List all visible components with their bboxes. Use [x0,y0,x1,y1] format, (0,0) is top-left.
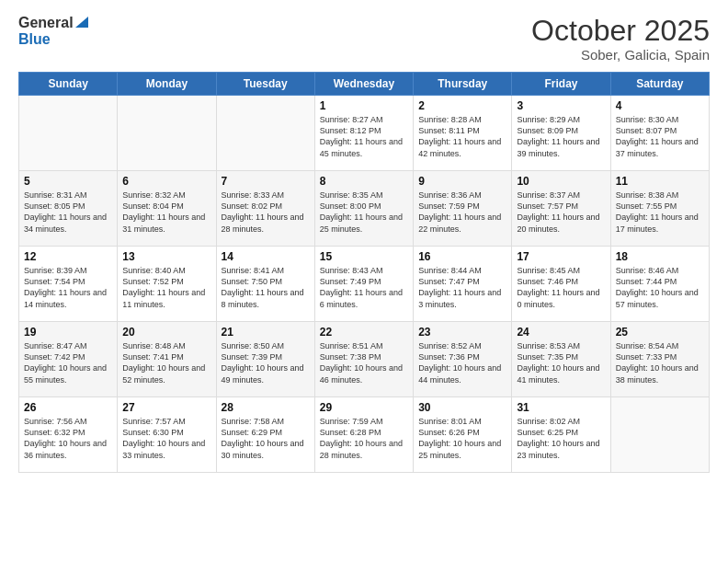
day-info: Sunrise: 8:30 AMSunset: 8:07 PMDaylight:… [616,114,704,159]
day-info: Sunrise: 8:50 AMSunset: 7:39 PMDaylight:… [222,340,310,385]
calendar-cell: 14Sunrise: 8:41 AMSunset: 7:50 PMDayligh… [216,247,314,322]
day-info: Sunrise: 8:48 AMSunset: 7:41 PMDaylight:… [122,340,210,385]
day-number: 3 [517,99,605,112]
day-info: Sunrise: 8:33 AMSunset: 8:02 PMDaylight:… [222,190,310,235]
page: General Blue October 2025 Sober, Galicia… [0,0,728,563]
day-info: Sunrise: 8:45 AMSunset: 7:46 PMDaylight:… [517,265,605,310]
day-info: Sunrise: 8:27 AMSunset: 8:12 PMDaylight:… [320,114,408,159]
col-sunday: Sunday [19,73,118,96]
day-info: Sunrise: 8:36 AMSunset: 7:59 PMDaylight:… [418,190,506,235]
day-info: Sunrise: 7:56 AMSunset: 6:32 PMDaylight:… [24,416,112,461]
day-number: 14 [222,250,310,263]
day-info: Sunrise: 7:58 AMSunset: 6:29 PMDaylight:… [222,416,310,461]
calendar-cell [216,96,314,171]
day-info: Sunrise: 8:40 AMSunset: 7:52 PMDaylight:… [122,265,210,310]
day-number: 1 [320,99,408,112]
day-number: 21 [222,326,310,339]
calendar-cell: 12Sunrise: 8:39 AMSunset: 7:54 PMDayligh… [19,247,118,322]
calendar-week-5: 26Sunrise: 7:56 AMSunset: 6:32 PMDayligh… [19,397,710,473]
day-number: 26 [24,401,112,414]
calendar-week-2: 5Sunrise: 8:31 AMSunset: 8:05 PMDaylight… [19,171,710,247]
calendar-cell: 9Sunrise: 8:36 AMSunset: 7:59 PMDaylight… [414,171,512,247]
day-info: Sunrise: 8:37 AMSunset: 7:57 PMDaylight:… [517,190,605,235]
day-info: Sunrise: 8:29 AMSunset: 8:09 PMDaylight:… [517,114,605,159]
calendar-cell: 7Sunrise: 8:33 AMSunset: 8:02 PMDaylight… [216,171,314,247]
day-number: 9 [418,175,506,188]
calendar-cell: 29Sunrise: 7:59 AMSunset: 6:28 PMDayligh… [314,397,413,473]
day-info: Sunrise: 8:02 AMSunset: 6:25 PMDaylight:… [517,416,605,461]
day-number: 15 [320,250,408,263]
calendar-cell: 26Sunrise: 7:56 AMSunset: 6:32 PMDayligh… [19,397,118,473]
day-info: Sunrise: 8:52 AMSunset: 7:36 PMDaylight:… [418,340,506,385]
calendar-cell: 4Sunrise: 8:30 AMSunset: 8:07 PMDaylight… [610,96,709,171]
day-number: 16 [418,250,506,263]
day-number: 20 [122,326,210,339]
day-info: Sunrise: 8:39 AMSunset: 7:54 PMDaylight:… [24,265,112,310]
calendar-cell: 24Sunrise: 8:53 AMSunset: 7:35 PMDayligh… [512,322,610,397]
day-number: 19 [24,326,112,339]
day-number: 17 [517,250,605,263]
day-info: Sunrise: 8:38 AMSunset: 7:55 PMDaylight:… [616,190,704,235]
day-number: 30 [418,401,506,414]
day-number: 25 [616,326,704,339]
day-number: 27 [122,401,210,414]
day-info: Sunrise: 8:41 AMSunset: 7:50 PMDaylight:… [222,265,310,310]
calendar-cell: 1Sunrise: 8:27 AMSunset: 8:12 PMDaylight… [314,96,413,171]
calendar-cell: 23Sunrise: 8:52 AMSunset: 7:36 PMDayligh… [414,322,512,397]
day-info: Sunrise: 7:57 AMSunset: 6:30 PMDaylight:… [122,416,210,461]
day-info: Sunrise: 8:32 AMSunset: 8:04 PMDaylight:… [122,190,210,235]
calendar-cell: 22Sunrise: 8:51 AMSunset: 7:38 PMDayligh… [314,322,413,397]
calendar-subtitle: Sober, Galicia, Spain [531,47,710,63]
day-number: 24 [517,326,605,339]
calendar-title: October 2025 [531,15,710,47]
calendar-cell: 2Sunrise: 8:28 AMSunset: 8:11 PMDaylight… [414,96,512,171]
calendar-cell: 28Sunrise: 7:58 AMSunset: 6:29 PMDayligh… [216,397,314,473]
calendar-week-3: 12Sunrise: 8:39 AMSunset: 7:54 PMDayligh… [19,247,710,322]
header-row: Sunday Monday Tuesday Wednesday Thursday… [19,73,710,96]
day-number: 12 [24,250,112,263]
day-number: 22 [320,326,408,339]
calendar-cell: 6Sunrise: 8:32 AMSunset: 8:04 PMDaylight… [118,171,216,247]
header: General Blue October 2025 Sober, Galicia… [18,15,710,63]
calendar-table: Sunday Monday Tuesday Wednesday Thursday… [18,72,710,473]
day-number: 5 [24,175,112,188]
day-info: Sunrise: 8:53 AMSunset: 7:35 PMDaylight:… [517,340,605,385]
col-monday: Monday [118,73,216,96]
col-wednesday: Wednesday [314,73,413,96]
day-number: 4 [616,99,704,112]
day-info: Sunrise: 8:35 AMSunset: 8:00 PMDaylight:… [320,190,408,235]
col-friday: Friday [512,73,610,96]
day-info: Sunrise: 7:59 AMSunset: 6:28 PMDaylight:… [320,416,408,461]
calendar-cell: 11Sunrise: 8:38 AMSunset: 7:55 PMDayligh… [610,171,709,247]
calendar-cell: 30Sunrise: 8:01 AMSunset: 6:26 PMDayligh… [414,397,512,473]
day-number: 23 [418,326,506,339]
day-number: 18 [616,250,704,263]
day-info: Sunrise: 8:28 AMSunset: 8:11 PMDaylight:… [418,114,506,159]
logo-blue: Blue [18,31,88,48]
day-number: 11 [616,175,704,188]
calendar-cell: 19Sunrise: 8:47 AMSunset: 7:42 PMDayligh… [19,322,118,397]
calendar-cell: 5Sunrise: 8:31 AMSunset: 8:05 PMDaylight… [19,171,118,247]
calendar-cell [610,397,709,473]
calendar-cell: 10Sunrise: 8:37 AMSunset: 7:57 PMDayligh… [512,171,610,247]
day-info: Sunrise: 8:43 AMSunset: 7:49 PMDaylight:… [320,265,408,310]
calendar-cell: 27Sunrise: 7:57 AMSunset: 6:30 PMDayligh… [118,397,216,473]
col-thursday: Thursday [414,73,512,96]
calendar-cell: 21Sunrise: 8:50 AMSunset: 7:39 PMDayligh… [216,322,314,397]
day-number: 7 [222,175,310,188]
calendar-cell: 15Sunrise: 8:43 AMSunset: 7:49 PMDayligh… [314,247,413,322]
day-number: 13 [122,250,210,263]
calendar-cell: 20Sunrise: 8:48 AMSunset: 7:41 PMDayligh… [118,322,216,397]
day-number: 2 [418,99,506,112]
day-number: 6 [122,175,210,188]
day-info: Sunrise: 8:44 AMSunset: 7:47 PMDaylight:… [418,265,506,310]
calendar-cell: 8Sunrise: 8:35 AMSunset: 8:00 PMDaylight… [314,171,413,247]
day-info: Sunrise: 8:46 AMSunset: 7:44 PMDaylight:… [616,265,704,310]
calendar-week-4: 19Sunrise: 8:47 AMSunset: 7:42 PMDayligh… [19,322,710,397]
day-info: Sunrise: 8:54 AMSunset: 7:33 PMDaylight:… [616,340,704,385]
col-tuesday: Tuesday [216,73,314,96]
calendar-cell: 31Sunrise: 8:02 AMSunset: 6:25 PMDayligh… [512,397,610,473]
calendar-cell [118,96,216,171]
calendar-cell: 25Sunrise: 8:54 AMSunset: 7:33 PMDayligh… [610,322,709,397]
day-number: 10 [517,175,605,188]
